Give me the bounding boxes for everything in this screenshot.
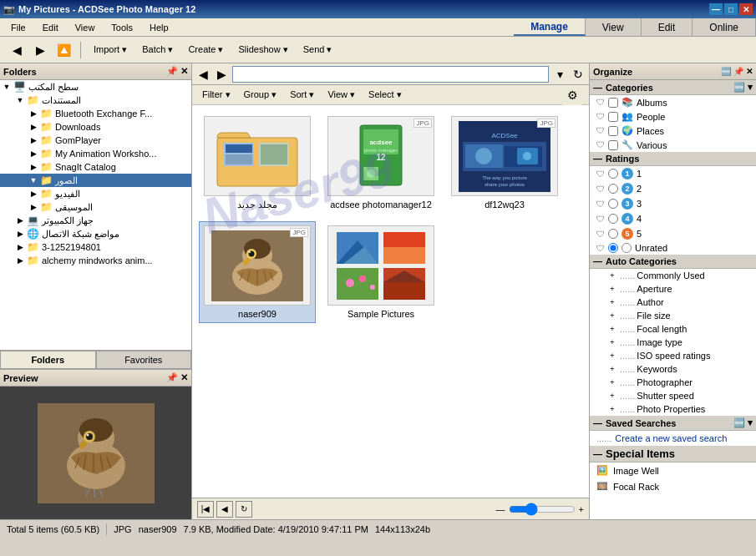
folders-pin-icon[interactable]: 📌: [166, 66, 178, 77]
tree-item-11[interactable]: ▶🌐مواضع شبكة الاتصال: [0, 227, 191, 240]
tree-expand-2[interactable]: ▶: [27, 109, 40, 118]
zoom-minus-icon[interactable]: —: [496, 504, 505, 514]
folders-close-icon[interactable]: ✕: [180, 66, 188, 77]
tree-expand-5[interactable]: ▶: [27, 149, 40, 158]
tree-item-3[interactable]: ▶📁Downloads: [0, 120, 191, 134]
autocat-au-expand[interactable]: +: [606, 298, 618, 306]
tree-item-2[interactable]: ▶📁Bluetooth Exchange F...: [0, 107, 191, 120]
minimize-button[interactable]: —: [709, 3, 723, 15]
rating-4[interactable]: 🛡 4 4: [590, 211, 756, 226]
folders-tree[interactable]: ▼🖥️سطح المكتب▼📁المستندات▶📁Bluetooth Exch…: [0, 80, 191, 350]
autocat-commonly-used[interactable]: + ...... Commonly Used: [590, 269, 756, 282]
menu-tools[interactable]: Tools: [104, 20, 140, 35]
saved-searches-section[interactable]: — Saved Searches 🆕 ▾: [590, 416, 756, 431]
special-focal-rack[interactable]: 🎞️ Focal Rack: [590, 478, 756, 494]
autocat-it-expand[interactable]: +: [606, 338, 618, 346]
tree-item-13[interactable]: ▶📁alchemy mindworks anim...: [0, 254, 191, 267]
autocat-fs-expand[interactable]: +: [606, 311, 618, 320]
special-items-section[interactable]: — Special Items: [590, 446, 756, 462]
category-albums[interactable]: 🛡 📚 Albums: [590, 95, 756, 109]
albums-checkbox[interactable]: [608, 98, 618, 108]
rating-unrated[interactable]: 🛡 Unrated: [590, 241, 756, 255]
autocat-kw-expand[interactable]: +: [606, 365, 618, 373]
zoom-plus-icon[interactable]: +: [579, 504, 584, 514]
tree-item-1[interactable]: ▼📁المستندات: [0, 94, 191, 107]
tree-item-10[interactable]: ▶💻جهاز الكمبيوتر: [0, 214, 191, 227]
autocat-sh-expand[interactable]: +: [606, 392, 618, 400]
file-item-acdsee[interactable]: JPG acdsee photo manager 12 acdsee photo…: [322, 112, 439, 215]
rating4-radio[interactable]: [608, 214, 618, 224]
category-various[interactable]: 🛡 🔧 Various: [590, 138, 756, 152]
category-people[interactable]: 🛡 👥 People: [590, 109, 756, 124]
group-dropdown[interactable]: Group ▾: [241, 88, 281, 102]
autocat-ap-expand[interactable]: +: [606, 285, 618, 293]
menu-view[interactable]: View: [68, 20, 103, 35]
filter-dropdown[interactable]: Filter ▾: [199, 88, 234, 102]
up-button[interactable]: 🔼: [53, 40, 74, 60]
rating3-radio[interactable]: [608, 199, 618, 209]
tree-item-12[interactable]: ▶📁3-1252194801: [0, 240, 191, 254]
autocat-photo-props[interactable]: + ...... Photo Properties: [590, 402, 756, 416]
sort-dropdown[interactable]: Sort ▾: [287, 88, 317, 102]
file-item-df12[interactable]: JPG ACDSee The way you picture share you…: [446, 112, 563, 215]
autocat-filesize[interactable]: + ...... File size: [590, 309, 756, 322]
path-forward-btn[interactable]: ▶: [214, 67, 229, 82]
tree-expand-1[interactable]: ▼: [13, 96, 27, 104]
categories-more-icon[interactable]: ▾: [748, 82, 753, 93]
tree-item-5[interactable]: ▶📁My Animation Worksho...: [0, 147, 191, 160]
zoom-slider[interactable]: [509, 503, 576, 515]
slideshow-dropdown[interactable]: Slideshow ▾: [233, 40, 294, 60]
import-dropdown[interactable]: Import ▾: [88, 40, 133, 60]
autocat-aperture[interactable]: + ...... Aperture: [590, 282, 756, 296]
category-places[interactable]: 🛡 🌍 Places: [590, 124, 756, 138]
tree-expand-0[interactable]: ▼: [0, 83, 13, 91]
tree-expand-12[interactable]: ▶: [13, 243, 27, 251]
tree-item-0[interactable]: ▼🖥️سطح المكتب: [0, 80, 191, 94]
organize-pin-icon[interactable]: 📌: [733, 67, 743, 76]
tree-expand-4[interactable]: ▶: [27, 136, 40, 144]
tree-expand-9[interactable]: ▶: [27, 203, 40, 211]
categories-section[interactable]: — Categories 🆕 ▾: [590, 80, 756, 95]
file-item-sample[interactable]: Sample Pictures: [322, 221, 439, 323]
file-item-folder-new[interactable]: مجلد جديد: [199, 112, 316, 215]
autocat-fl-expand[interactable]: +: [606, 325, 618, 333]
tree-item-6[interactable]: ▶📁SnagIt Catalog: [0, 160, 191, 174]
tree-expand-6[interactable]: ▶: [27, 163, 40, 171]
organize-close-icon[interactable]: ✕: [746, 67, 753, 76]
create-saved-search[interactable]: ...... Create a new saved search: [590, 431, 756, 446]
places-checkbox[interactable]: [608, 126, 618, 136]
categories-new-icon[interactable]: 🆕: [733, 82, 745, 93]
autocat-iso[interactable]: + ...... ISO speed ratings: [590, 349, 756, 362]
path-refresh-btn[interactable]: ↻: [571, 67, 586, 82]
autocat-author[interactable]: + ...... Author: [590, 296, 756, 309]
tree-expand-11[interactable]: ▶: [13, 230, 27, 238]
forward-button[interactable]: ▶: [30, 40, 50, 60]
auto-categories-section[interactable]: — Auto Categories: [590, 255, 756, 269]
tab-manage[interactable]: Manage: [514, 18, 586, 36]
preview-close-icon[interactable]: ✕: [180, 372, 188, 383]
autocat-photographer[interactable]: + ...... Photographer: [590, 376, 756, 389]
prev-btn[interactable]: ◀: [216, 501, 233, 518]
ratingU-radio[interactable]: [608, 243, 618, 253]
saved-new-icon[interactable]: 🆕: [733, 417, 745, 428]
tree-item-4[interactable]: ▶📁GomPlayer: [0, 134, 191, 147]
tree-item-7[interactable]: ▼📁الصور: [0, 174, 191, 187]
tree-item-9[interactable]: ▶📁الموسيقى: [0, 200, 191, 214]
menu-edit[interactable]: Edit: [35, 20, 66, 35]
rating-2[interactable]: 🛡 2 2: [590, 181, 756, 196]
tab-edit[interactable]: Edit: [642, 18, 693, 36]
rating-3[interactable]: 🛡 3 3: [590, 196, 756, 211]
preview-pin-icon[interactable]: 📌: [166, 372, 178, 383]
tree-item-8[interactable]: ▶📁الفيديو: [0, 187, 191, 200]
batch-dropdown[interactable]: Batch ▾: [136, 40, 179, 60]
file-grid[interactable]: مجلد جديد JPG acdsee photo manager 12: [192, 105, 589, 498]
select-dropdown[interactable]: Select ▾: [365, 88, 405, 102]
tree-expand-10[interactable]: ▶: [13, 216, 27, 225]
create-dropdown[interactable]: Create ▾: [182, 40, 229, 60]
tree-expand-13[interactable]: ▶: [13, 256, 27, 265]
tree-expand-3[interactable]: ▶: [27, 123, 40, 131]
saved-more-icon[interactable]: ▾: [748, 417, 753, 428]
send-dropdown[interactable]: Send ▾: [297, 40, 338, 60]
path-dropdown-btn[interactable]: ▾: [552, 67, 567, 82]
special-image-well[interactable]: 🖼️ Image Well: [590, 462, 756, 478]
